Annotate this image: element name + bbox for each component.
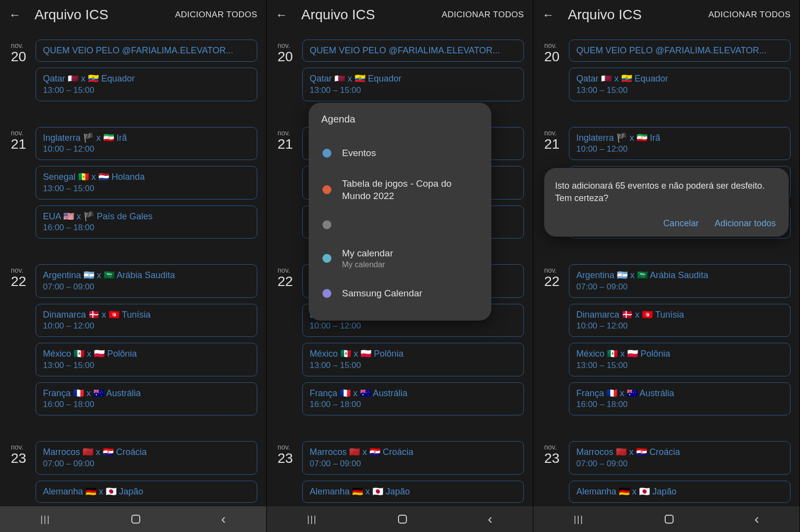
day-label: 23 bbox=[278, 451, 302, 466]
nav-home-icon[interactable] bbox=[131, 515, 140, 524]
date-column: nov.23 bbox=[267, 441, 302, 506]
event-time: 13:00 – 15:00 bbox=[43, 360, 250, 371]
cancel-button[interactable]: Cancelar bbox=[663, 218, 699, 229]
day-group: nov.23Marrocos 🇲🇦 x 🇭🇷 Croácia07:00 – 09… bbox=[533, 441, 800, 506]
event-time: 10:00 – 12:00 bbox=[43, 321, 250, 331]
nav-back-icon[interactable]: ‹ bbox=[755, 511, 759, 527]
day-label: 23 bbox=[11, 451, 36, 466]
event-time: 13:00 – 15:00 bbox=[576, 360, 783, 371]
page-title: Arquivo ICS bbox=[301, 7, 441, 23]
back-icon[interactable]: ← bbox=[276, 8, 287, 22]
event-card[interactable]: EUA 🇺🇸 x 🏴 País de Gales16:00 – 18:00 bbox=[36, 205, 257, 239]
page-title: Arquivo ICS bbox=[35, 7, 175, 23]
event-time: 13:00 – 15:00 bbox=[43, 183, 250, 194]
event-time: 16:00 – 18:00 bbox=[43, 222, 250, 233]
day-label: 20 bbox=[544, 49, 569, 65]
calendar-color-dot bbox=[322, 289, 331, 298]
date-column: nov.20 bbox=[267, 40, 302, 107]
event-card[interactable]: França 🇫🇷 x 🇦🇺 Austrália16:00 – 18:00 bbox=[302, 382, 524, 415]
event-title: México 🇲🇽 x 🇵🇱 Polônia bbox=[576, 348, 783, 360]
nav-recents-icon[interactable]: ||| bbox=[40, 514, 50, 525]
agenda-option[interactable] bbox=[320, 211, 482, 238]
agenda-text: My calendarMy calendar bbox=[342, 247, 480, 270]
event-card[interactable]: Marrocos 🇲🇦 x 🇭🇷 Croácia07:00 – 09:00 bbox=[36, 441, 257, 474]
event-time: 10:00 – 12:00 bbox=[310, 321, 517, 331]
day-group: nov.22Argentina 🇦🇷 x 🇸🇦 Arábia Saudita07… bbox=[533, 264, 800, 421]
calendar-color-dot bbox=[322, 185, 331, 194]
event-title: Alemanha 🇩🇪 x 🇯🇵 Japão bbox=[43, 486, 250, 497]
event-card[interactable]: França 🇫🇷 x 🇦🇺 Austrália16:00 – 18:00 bbox=[36, 382, 257, 415]
nav-recents-icon[interactable]: ||| bbox=[307, 514, 317, 525]
events-column: Inglaterra 🏴 x 🇮🇷 Irã10:00 – 12:00Senega… bbox=[36, 127, 266, 245]
event-time: 07:00 – 09:00 bbox=[43, 458, 250, 469]
event-card[interactable]: Marrocos 🇲🇦 x 🇭🇷 Croácia07:00 – 09:00 bbox=[569, 441, 791, 474]
phone-screen-2: ← Arquivo ICS ADICIONAR TODOS nov.20QUEM… bbox=[267, 0, 533, 532]
add-all-button[interactable]: ADICIONAR TODOS bbox=[175, 10, 257, 20]
phone-screen-3: ← Arquivo ICS ADICIONAR TODOS nov.20QUEM… bbox=[533, 0, 800, 532]
day-label: 21 bbox=[278, 137, 302, 152]
event-title: México 🇲🇽 x 🇵🇱 Polônia bbox=[43, 348, 250, 360]
nav-back-icon[interactable]: ‹ bbox=[488, 511, 492, 527]
nav-home-icon[interactable] bbox=[398, 515, 407, 524]
events-column: QUEM VEIO PELO @FARIALIMA.ELEVATOR...Qat… bbox=[302, 40, 533, 107]
app-header: ← Arquivo ICS ADICIONAR TODOS bbox=[267, 0, 533, 30]
confirm-actions: Cancelar Adicionar todos bbox=[555, 218, 778, 229]
event-card[interactable]: Qatar 🇶🇦 x 🇪🇨 Equador13:00 – 15:00 bbox=[36, 68, 257, 101]
back-icon[interactable]: ← bbox=[9, 8, 21, 22]
event-card[interactable]: Inglaterra 🏴 x 🇮🇷 Irã10:00 – 12:00 bbox=[569, 127, 791, 160]
event-title: Qatar 🇶🇦 x 🇪🇨 Equador bbox=[310, 73, 517, 84]
nav-home-icon[interactable] bbox=[665, 515, 674, 524]
event-card[interactable]: Alemanha 🇩🇪 x 🇯🇵 Japão bbox=[569, 481, 791, 503]
event-card[interactable]: QUEM VEIO PELO @FARIALIMA.ELEVATOR... bbox=[302, 40, 524, 62]
event-card[interactable]: Qatar 🇶🇦 x 🇪🇨 Equador13:00 – 15:00 bbox=[569, 68, 791, 101]
event-card[interactable]: França 🇫🇷 x 🇦🇺 Austrália16:00 – 18:00 bbox=[569, 382, 791, 415]
event-card[interactable]: Argentina 🇦🇷 x 🇸🇦 Arábia Saudita07:00 – … bbox=[569, 264, 791, 297]
month-label: nov. bbox=[11, 266, 36, 274]
event-card[interactable]: Dinamarca 🇩🇰 x 🇹🇳 Tunísia10:00 – 12:00 bbox=[36, 304, 257, 337]
event-title: Marrocos 🇲🇦 x 🇭🇷 Croácia bbox=[310, 447, 517, 458]
event-card[interactable]: México 🇲🇽 x 🇵🇱 Polônia13:00 – 15:00 bbox=[302, 343, 524, 376]
events-column: QUEM VEIO PELO @FARIALIMA.ELEVATOR...Qat… bbox=[36, 40, 266, 107]
confirm-message: Isto adicionará 65 eventos e não poderá … bbox=[555, 180, 778, 205]
event-card[interactable]: Alemanha 🇩🇪 x 🇯🇵 Japão bbox=[36, 481, 257, 503]
confirm-add-button[interactable]: Adicionar todos bbox=[715, 218, 776, 229]
event-card[interactable]: Marrocos 🇲🇦 x 🇭🇷 Croácia07:00 – 09:00 bbox=[302, 441, 524, 474]
phone-screen-1: ← Arquivo ICS ADICIONAR TODOS nov.20QUEM… bbox=[0, 0, 267, 532]
agenda-label: Eventos bbox=[342, 147, 480, 160]
add-all-button[interactable]: ADICIONAR TODOS bbox=[708, 10, 791, 20]
nav-back-icon[interactable]: ‹ bbox=[221, 511, 226, 527]
event-card[interactable]: Alemanha 🇩🇪 x 🇯🇵 Japão bbox=[302, 481, 524, 503]
event-card[interactable]: Argentina 🇦🇷 x 🇸🇦 Arábia Saudita07:00 – … bbox=[36, 264, 257, 297]
calendar-color-dot bbox=[322, 254, 331, 263]
agenda-option[interactable]: Tabela de jogos - Copa do Mundo 2022 bbox=[320, 168, 482, 211]
day-group: nov.20QUEM VEIO PELO @FARIALIMA.ELEVATOR… bbox=[267, 40, 533, 107]
day-label: 22 bbox=[544, 274, 569, 289]
event-title: Marrocos 🇲🇦 x 🇭🇷 Croácia bbox=[43, 447, 250, 458]
agenda-picker-dialog: Agenda EventosTabela de jogos - Copa do … bbox=[309, 103, 491, 321]
agenda-text: Tabela de jogos - Copa do Mundo 2022 bbox=[342, 177, 480, 203]
agenda-option[interactable]: Samsung Calendar bbox=[320, 278, 482, 309]
back-icon[interactable]: ← bbox=[542, 8, 554, 22]
event-card[interactable]: Qatar 🇶🇦 x 🇪🇨 Equador13:00 – 15:00 bbox=[302, 68, 524, 101]
android-navbar: ||| ‹ bbox=[533, 506, 800, 532]
event-card[interactable]: QUEM VEIO PELO @FARIALIMA.ELEVATOR... bbox=[569, 40, 791, 62]
month-label: nov. bbox=[544, 443, 569, 451]
agenda-option[interactable]: Eventos bbox=[320, 138, 482, 168]
date-column: nov.23 bbox=[0, 441, 36, 506]
add-all-button[interactable]: ADICIONAR TODOS bbox=[441, 10, 524, 20]
event-card[interactable]: Dinamarca 🇩🇰 x 🇹🇳 Tunísia10:00 – 12:00 bbox=[569, 304, 791, 337]
event-card[interactable]: Inglaterra 🏴 x 🇮🇷 Irã10:00 – 12:00 bbox=[36, 127, 257, 160]
date-column: nov.22 bbox=[533, 264, 569, 421]
event-title: Qatar 🇶🇦 x 🇪🇨 Equador bbox=[43, 73, 250, 84]
nav-recents-icon[interactable]: ||| bbox=[574, 514, 584, 525]
event-card[interactable]: México 🇲🇽 x 🇵🇱 Polônia13:00 – 15:00 bbox=[36, 343, 257, 376]
event-title: França 🇫🇷 x 🇦🇺 Austrália bbox=[310, 388, 517, 399]
event-card[interactable]: Senegal 🇸🇳 x 🇳🇱 Holanda13:00 – 15:00 bbox=[36, 166, 257, 199]
event-title: França 🇫🇷 x 🇦🇺 Austrália bbox=[43, 388, 250, 399]
event-card[interactable]: QUEM VEIO PELO @FARIALIMA.ELEVATOR... bbox=[36, 40, 257, 62]
event-card[interactable]: México 🇲🇽 x 🇵🇱 Polônia13:00 – 15:00 bbox=[569, 343, 791, 376]
event-title: Alemanha 🇩🇪 x 🇯🇵 Japão bbox=[576, 486, 783, 497]
agenda-option[interactable]: My calendarMy calendar bbox=[320, 238, 482, 279]
event-time: 13:00 – 15:00 bbox=[310, 360, 517, 371]
app-header: ← Arquivo ICS ADICIONAR TODOS bbox=[0, 0, 266, 30]
